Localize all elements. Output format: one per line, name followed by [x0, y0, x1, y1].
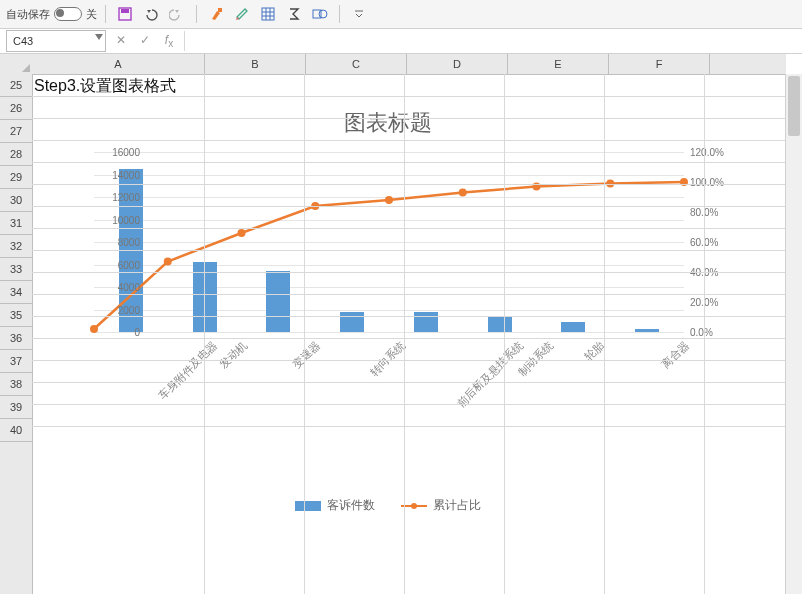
autosave-label: 自动保存: [6, 7, 50, 22]
row-header[interactable]: 29: [0, 166, 32, 189]
y-left-tick: 10000: [96, 214, 140, 225]
toggle-icon: [54, 7, 82, 21]
row-header[interactable]: 37: [0, 350, 32, 373]
svg-point-9: [319, 10, 327, 18]
column-header[interactable]: C: [306, 54, 407, 74]
autosave-toggle[interactable]: 自动保存 关: [6, 7, 97, 22]
quick-access-toolbar: 自动保存 关: [0, 0, 802, 29]
formula-bar-row: C43 ✕ ✓ fx: [0, 29, 802, 54]
x-tick-label: 车身附件及电器: [155, 338, 220, 403]
chevron-down-icon: [95, 34, 103, 40]
svg-rect-2: [218, 8, 222, 12]
name-box[interactable]: C43: [6, 30, 106, 52]
row-header[interactable]: 28: [0, 143, 32, 166]
separator: [105, 5, 106, 23]
x-tick-label: 前后桥及悬挂系统: [454, 338, 527, 411]
autosave-state: 关: [86, 7, 97, 22]
accept-formula-icon[interactable]: ✓: [138, 33, 152, 49]
name-box-value: C43: [13, 35, 33, 47]
table-button[interactable]: [257, 3, 279, 25]
redo-button[interactable]: [166, 3, 188, 25]
spreadsheet-grid: ABCDEF 25262728293031323334353637383940 …: [0, 54, 802, 594]
column-header[interactable]: E: [508, 54, 609, 74]
y-left-tick: 0: [96, 327, 140, 338]
row-header[interactable]: 38: [0, 373, 32, 396]
scrollbar-thumb[interactable]: [788, 76, 800, 136]
undo-button[interactable]: [140, 3, 162, 25]
svg-point-12: [164, 258, 172, 266]
cancel-formula-icon[interactable]: ✕: [114, 33, 128, 49]
row-header[interactable]: 33: [0, 258, 32, 281]
y-left-tick: 14000: [96, 169, 140, 180]
select-all-corner[interactable]: [0, 54, 33, 75]
row-header[interactable]: 31: [0, 212, 32, 235]
row-header[interactable]: 39: [0, 396, 32, 419]
format-painter-button[interactable]: [205, 3, 227, 25]
row-headers: 25262728293031323334353637383940: [0, 74, 33, 594]
column-header[interactable]: F: [609, 54, 710, 74]
chart-legend: 客诉件数 累计占比: [38, 497, 738, 514]
svg-point-15: [385, 196, 393, 204]
x-tick-label: 变速器: [290, 338, 324, 372]
embedded-chart[interactable]: 图表标题 客诉件数 累计占比 0200040006000800010000120…: [38, 100, 738, 520]
x-tick-label: 发动机: [216, 338, 250, 372]
vertical-scrollbar[interactable]: [785, 74, 802, 594]
separator: [339, 5, 340, 23]
fx-icon[interactable]: fx: [162, 33, 176, 49]
x-tick-label: 转向系统: [367, 338, 409, 380]
cells-area[interactable]: Step3.设置图表格式 图表标题 客诉件数 累计占比 020004000600…: [32, 74, 786, 594]
row-header[interactable]: 36: [0, 327, 32, 350]
bar-swatch-icon: [295, 501, 321, 511]
y-right-tick: 120.0%: [690, 147, 724, 158]
y-left-tick: 8000: [96, 237, 140, 248]
column-header[interactable]: B: [205, 54, 306, 74]
y-left-tick: 4000: [96, 282, 140, 293]
column-header[interactable]: D: [407, 54, 508, 74]
y-left-tick: 2000: [96, 304, 140, 315]
svg-point-16: [459, 189, 467, 197]
customize-toolbar-button[interactable]: [348, 3, 370, 25]
row-header[interactable]: 26: [0, 97, 32, 120]
y-right-tick: 0.0%: [690, 327, 713, 338]
plot-area: [94, 152, 684, 332]
row-header[interactable]: 35: [0, 304, 32, 327]
y-left-tick: 6000: [96, 259, 140, 270]
row-header[interactable]: 40: [0, 419, 32, 442]
y-left-tick: 12000: [96, 192, 140, 203]
row-header[interactable]: 32: [0, 235, 32, 258]
formula-bar: ✕ ✓ fx: [106, 29, 802, 53]
svg-rect-1: [121, 9, 129, 13]
x-tick-label: 离合器: [659, 338, 693, 372]
y-left-tick: 16000: [96, 147, 140, 158]
chart-title: 图表标题: [38, 108, 738, 138]
legend-item-bar: 客诉件数: [295, 497, 375, 514]
row-header[interactable]: 34: [0, 281, 32, 304]
legend-item-line: 累计占比: [401, 497, 481, 514]
column-headers: ABCDEF: [32, 54, 786, 75]
formula-input[interactable]: [184, 31, 802, 51]
row-header[interactable]: 30: [0, 189, 32, 212]
cell-a25[interactable]: Step3.设置图表格式: [34, 76, 176, 97]
row-header[interactable]: 25: [0, 74, 32, 97]
svg-rect-3: [262, 8, 274, 20]
row-header[interactable]: 27: [0, 120, 32, 143]
svg-point-13: [238, 229, 246, 237]
save-button[interactable]: [114, 3, 136, 25]
column-header[interactable]: A: [32, 54, 205, 74]
separator: [196, 5, 197, 23]
clear-button[interactable]: [231, 3, 253, 25]
autosum-button[interactable]: [283, 3, 305, 25]
shapes-button[interactable]: [309, 3, 331, 25]
y-right-tick: 100.0%: [690, 177, 724, 188]
